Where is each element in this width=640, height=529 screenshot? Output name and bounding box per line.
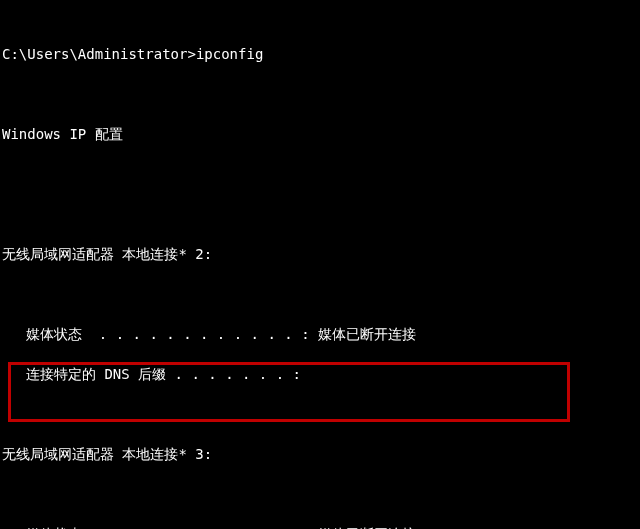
blank-line [2, 404, 638, 424]
output-row: 媒体状态 . . . . . . . . . . . . : 媒体已断开连接 [2, 524, 638, 529]
command-text: ipconfig [196, 46, 263, 62]
row-value: 媒体已断开连接 [318, 524, 416, 529]
output-row: 连接特定的 DNS 后缀 . . . . . . . : [2, 364, 638, 384]
output-row: 媒体状态 . . . . . . . . . . . . : 媒体已断开连接 [2, 324, 638, 344]
row-value: 媒体已断开连接 [318, 324, 416, 344]
blank-line [2, 164, 638, 184]
prompt-line: C:\Users\Administrator>ipconfig [2, 44, 638, 64]
header-line: Windows IP 配置 [2, 124, 638, 144]
prompt-path: C:\Users\Administrator> [2, 46, 196, 62]
row-label: 媒体状态 [26, 524, 82, 529]
terminal-output: C:\Users\Administrator>ipconfig Windows … [0, 0, 640, 529]
section-title: 无线局域网适配器 本地连接* 3: [2, 444, 638, 464]
blank-line [2, 204, 638, 224]
section-title: 无线局域网适配器 本地连接* 2: [2, 244, 638, 264]
row-label: 媒体状态 [26, 324, 82, 344]
row-label: 连接特定的 DNS 后缀 [26, 364, 166, 384]
blank-line [2, 284, 638, 304]
blank-line [2, 84, 638, 104]
blank-line [2, 484, 638, 504]
